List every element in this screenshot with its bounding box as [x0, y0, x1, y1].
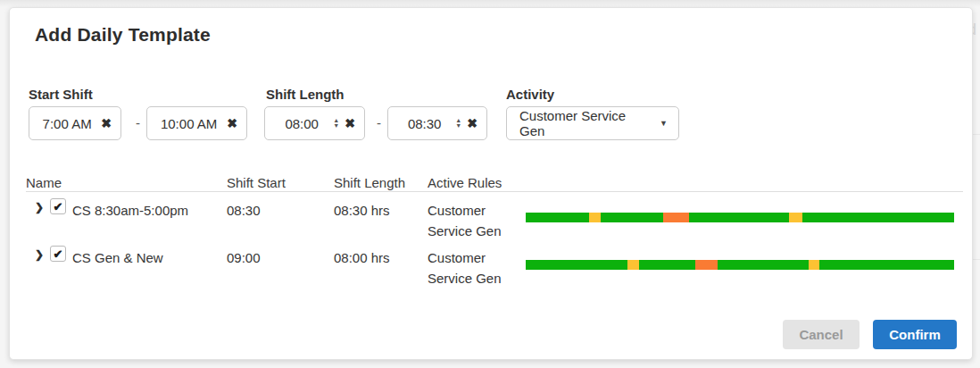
timeline-segment-green — [802, 213, 954, 222]
shift-length-label: Shift Length — [266, 87, 344, 102]
start-shift-to-input[interactable]: 10:00 AM ✖ — [146, 106, 247, 140]
row-shift-length: 08:30 hrs — [334, 200, 390, 221]
row-shift-start: 08:30 — [227, 200, 261, 221]
spin-down-icon[interactable]: ▼ — [455, 123, 461, 129]
table-header-divider — [26, 191, 963, 192]
table-row: ❯✔CS Gen & New09:0008:00 hrsCustomer Ser… — [10, 247, 972, 292]
clear-icon[interactable]: ✖ — [101, 116, 112, 130]
start-shift-label: Start Shift — [29, 87, 93, 102]
activity-label: Activity — [506, 87, 554, 102]
timeline-segment-green — [526, 260, 627, 270]
timeline-segment-orange — [663, 213, 689, 222]
dialog-title: Add Daily Template — [35, 24, 211, 46]
activity-selected-value: Customer Service Gen — [519, 108, 651, 138]
shift-timeline-bar — [526, 260, 954, 270]
stepper-arrows[interactable]: ▲▼ — [455, 118, 461, 129]
timeline-segment-yellow — [789, 213, 802, 222]
column-header-shift-length: Shift Length — [334, 175, 405, 190]
row-shift-start: 09:00 — [227, 247, 261, 268]
row-name: CS 8:30am-5:00pm — [72, 200, 188, 221]
start-shift-range-separator: - — [136, 115, 140, 130]
shift-length-range-separator: - — [377, 115, 381, 130]
backdrop-top-strip — [0, 0, 980, 7]
column-header-shift-start: Shift Start — [227, 175, 286, 190]
row-checkbox[interactable]: ✔ — [50, 198, 66, 214]
shift-length-to-value: 08:30 — [397, 116, 452, 131]
timeline-segment-orange — [695, 260, 718, 270]
shift-length-from-input[interactable]: 08:00 ▲▼ ✖ — [264, 106, 365, 140]
timeline-segment-green — [689, 213, 789, 222]
start-shift-from-input[interactable]: 7:00 AM ✖ — [29, 106, 121, 140]
timeline-segment-green — [526, 213, 589, 222]
row-shift-length: 08:00 hrs — [334, 247, 390, 268]
stepper-arrows[interactable]: ▲▼ — [333, 118, 339, 129]
shift-length-from-value: 08:00 — [274, 116, 329, 131]
timeline-segment-green — [639, 260, 695, 270]
column-header-active-rules: Active Rules — [428, 175, 502, 190]
row-active-rules: Customer Service Gen — [428, 247, 506, 289]
row-checkbox[interactable]: ✔ — [50, 246, 66, 262]
caret-down-icon: ▼ — [660, 119, 668, 128]
confirm-button[interactable]: Confirm — [873, 320, 957, 349]
row-name: CS Gen & New — [72, 247, 163, 268]
clear-icon[interactable]: ✖ — [227, 116, 237, 130]
timeline-segment-yellow — [589, 213, 601, 222]
cancel-button[interactable]: Cancel — [783, 320, 860, 349]
clear-icon[interactable]: ✖ — [467, 116, 478, 130]
timeline-segment-green — [601, 213, 663, 222]
timeline-segment-green — [718, 260, 809, 270]
table-row: ❯✔CS 8:30am-5:00pm08:3008:30 hrsCustomer… — [10, 200, 972, 245]
timeline-segment-green — [819, 260, 954, 270]
spin-down-icon[interactable]: ▼ — [333, 123, 339, 129]
clear-icon[interactable]: ✖ — [345, 116, 355, 130]
shift-timeline-bar — [526, 213, 954, 222]
column-header-name: Name — [26, 175, 62, 190]
activity-select[interactable]: Customer Service Gen ▼ — [506, 106, 679, 140]
expand-chevron-icon[interactable]: ❯ — [35, 201, 44, 213]
row-active-rules: Customer Service Gen — [428, 200, 506, 241]
expand-chevron-icon[interactable]: ❯ — [35, 248, 44, 261]
add-daily-template-dialog: Add Daily Template Start Shift 7:00 AM ✖… — [9, 7, 973, 360]
timeline-segment-yellow — [627, 260, 639, 270]
start-shift-from-value: 7:00 AM — [38, 116, 96, 131]
start-shift-to-value: 10:00 AM — [156, 116, 221, 131]
shift-length-to-input[interactable]: 08:30 ▲▼ ✖ — [387, 106, 487, 140]
timeline-segment-yellow — [809, 260, 819, 270]
